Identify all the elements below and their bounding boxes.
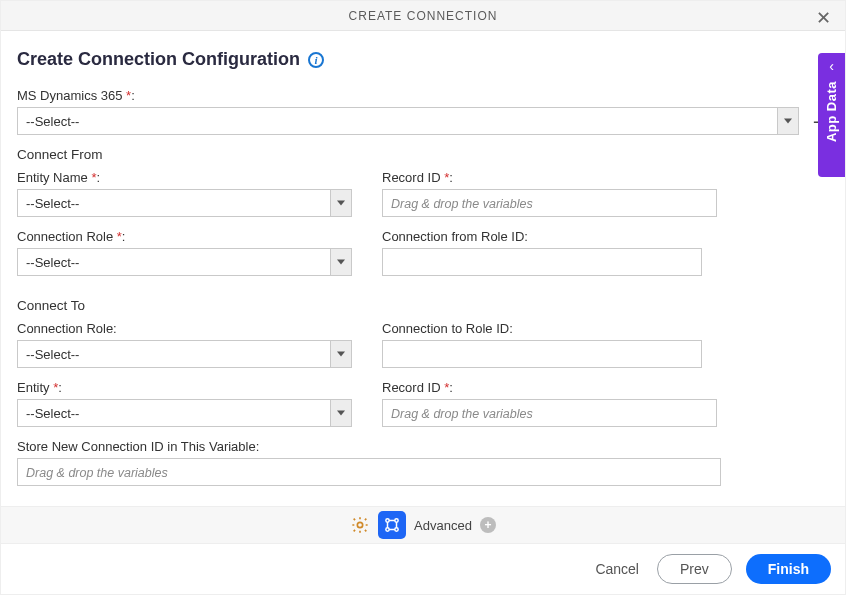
svg-marker-1 xyxy=(337,201,345,206)
side-tab-label: App Data xyxy=(824,81,839,142)
cancel-button[interactable]: Cancel xyxy=(591,555,643,583)
gear-icon[interactable] xyxy=(350,515,370,535)
info-icon[interactable]: i xyxy=(308,52,324,68)
dialog-create-connection: CREATE CONNECTION ✕ ‹ App Data Create Co… xyxy=(0,0,846,595)
select-ms-dynamics-value: --Select-- xyxy=(17,107,777,135)
svg-point-7 xyxy=(395,519,398,522)
label-entity-name: Entity Name *: xyxy=(17,170,352,185)
dialog-content: Create Connection Configuration i MS Dyn… xyxy=(1,31,845,486)
close-icon[interactable]: ✕ xyxy=(810,5,837,31)
chevron-down-icon[interactable] xyxy=(330,248,352,276)
svg-marker-4 xyxy=(337,411,345,416)
svg-point-6 xyxy=(386,519,389,522)
footer-buttons: Cancel Prev Finish xyxy=(591,554,831,584)
chevron-down-icon[interactable] xyxy=(330,340,352,368)
input-connection-to-role-id[interactable] xyxy=(382,340,702,368)
side-tab-app-data[interactable]: ‹ App Data xyxy=(818,53,845,177)
svg-point-9 xyxy=(395,528,398,531)
section-connect-from: Connect From xyxy=(17,147,829,162)
chevron-left-icon: ‹ xyxy=(829,59,834,73)
select-connection-role-from[interactable]: --Select-- xyxy=(17,248,352,276)
chevron-down-icon[interactable] xyxy=(330,189,352,217)
input-connection-from-role-id[interactable] xyxy=(382,248,702,276)
select-entity-to[interactable]: --Select-- xyxy=(17,399,352,427)
label-connection-role-to: Connection Role: xyxy=(17,321,352,336)
label-ms-dynamics: MS Dynamics 365 *: xyxy=(17,88,829,103)
label-entity-to: Entity *: xyxy=(17,380,352,395)
section-connect-to: Connect To xyxy=(17,298,829,313)
svg-marker-0 xyxy=(784,119,792,124)
flow-icon[interactable] xyxy=(378,511,406,539)
select-entity-name[interactable]: --Select-- xyxy=(17,189,352,217)
finish-button[interactable]: Finish xyxy=(746,554,831,584)
advanced-label: Advanced xyxy=(414,518,472,533)
select-connection-role-to[interactable]: --Select-- xyxy=(17,340,352,368)
label-store-variable: Store New Connection ID in This Variable… xyxy=(17,439,829,454)
chevron-down-icon[interactable] xyxy=(777,107,799,135)
input-record-id-to[interactable] xyxy=(382,399,717,427)
page-title: Create Connection Configuration xyxy=(17,49,300,70)
svg-marker-2 xyxy=(337,260,345,265)
label-record-id-from: Record ID *: xyxy=(382,170,717,185)
label-record-id-to: Record ID *: xyxy=(382,380,717,395)
chevron-down-icon[interactable] xyxy=(330,399,352,427)
select-ms-dynamics[interactable]: --Select-- xyxy=(17,107,799,135)
label-connection-role-from: Connection Role *: xyxy=(17,229,352,244)
label-connection-from-role-id: Connection from Role ID: xyxy=(382,229,717,244)
select-entity-name-value: --Select-- xyxy=(17,189,330,217)
input-record-id-from[interactable] xyxy=(382,189,717,217)
select-entity-to-value: --Select-- xyxy=(17,399,330,427)
svg-marker-3 xyxy=(337,352,345,357)
dialog-titlebar: CREATE CONNECTION ✕ xyxy=(1,1,845,31)
dialog-title: CREATE CONNECTION xyxy=(349,9,498,23)
svg-point-5 xyxy=(357,522,362,527)
input-store-variable[interactable] xyxy=(17,458,721,486)
advanced-bar: Advanced + xyxy=(1,506,845,544)
plus-circle-icon[interactable]: + xyxy=(480,517,496,533)
select-connection-role-to-value: --Select-- xyxy=(17,340,330,368)
label-connection-to-role-id: Connection to Role ID: xyxy=(382,321,717,336)
prev-button[interactable]: Prev xyxy=(657,554,732,584)
svg-point-8 xyxy=(386,528,389,531)
select-connection-role-from-value: --Select-- xyxy=(17,248,330,276)
